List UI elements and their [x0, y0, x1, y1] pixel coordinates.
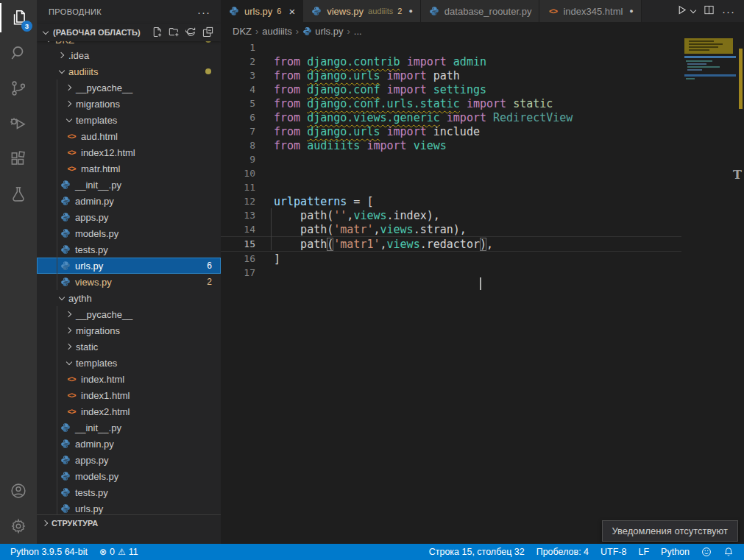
modified-dot-icon[interactable]: ●	[629, 7, 633, 15]
close-icon[interactable]: ×	[288, 5, 295, 18]
minimap[interactable]	[684, 34, 736, 122]
code-line-1: 1	[221, 40, 681, 54]
activity-account-icon[interactable]	[0, 473, 37, 508]
run-button[interactable]	[676, 4, 687, 18]
tree-item-index.html[interactable]: <>index.html	[37, 371, 221, 387]
activity-search-icon[interactable]	[0, 35, 37, 71]
status-item[interactable]: Пробелов: 4	[531, 544, 595, 560]
tree-item-.idea[interactable]: .idea	[37, 47, 221, 63]
tree-item-index2.html[interactable]: <>index2.html	[37, 403, 221, 419]
tree-item-__pycache__[interactable]: __pycache__	[37, 79, 221, 96]
tree-item-models.py[interactable]: models.py	[37, 468, 221, 484]
status-item[interactable]: UTF-8	[595, 544, 632, 560]
activity-run-debug-icon[interactable]	[0, 106, 37, 141]
status-item[interactable]: Строка 15, столбец 32	[423, 544, 531, 560]
activity-settings-icon[interactable]	[0, 508, 37, 544]
code-line-3: 3from django.urls import path	[221, 68, 681, 82]
tree-item-tests.py[interactable]: tests.py	[37, 484, 221, 500]
notifications-bell-icon[interactable]	[718, 544, 740, 560]
tree-item-DKZ[interactable]: DKZ	[37, 41, 221, 47]
tab-views.py[interactable]: views.pyaudiiits2●	[303, 0, 421, 22]
tree-item-index1.html[interactable]: <>index1.html	[37, 387, 221, 403]
tree-item-tests.py[interactable]: tests.py	[37, 241, 221, 258]
tree-item-index12.html[interactable]: <>index12.html	[37, 144, 221, 160]
tree-item-label: models.py	[75, 471, 118, 482]
tree-item-audiiits[interactable]: audiiits	[37, 63, 221, 79]
activity-explorer-icon[interactable]: 3	[0, 0, 37, 35]
activity-testing-icon[interactable]	[0, 177, 37, 212]
split-editor-button[interactable]	[704, 4, 715, 18]
tree-item-apps.py[interactable]: apps.py	[37, 452, 221, 468]
tree-indent-guide	[57, 225, 57, 241]
tree-indent-guide	[57, 160, 57, 177]
line-number: 12	[221, 196, 255, 207]
status-python-interpreter[interactable]: Python 3.9.5 64-bit	[4, 544, 93, 560]
tree-item-apps.py[interactable]: apps.py	[37, 209, 221, 225]
tab-index345.html[interactable]: <>index345.html●	[539, 0, 641, 22]
tree-item-admin.py[interactable]: admin.py	[37, 193, 221, 209]
tree-indent-guide	[57, 193, 57, 209]
tree-item-__pycache__[interactable]: __pycache__	[37, 306, 221, 322]
tree-item-aythh[interactable]: aythh	[37, 290, 221, 306]
tree-item-__init__.py[interactable]: __init__.py	[37, 419, 221, 436]
minimap-highlight-line	[684, 74, 736, 77]
tree-item-migrations[interactable]: migrations	[37, 322, 221, 339]
tree-item-templates[interactable]: templates	[37, 355, 221, 371]
line-number: 7	[221, 126, 255, 137]
activity-source-control-icon[interactable]	[0, 71, 37, 106]
overview-ruler-warning-stripe[interactable]	[739, 49, 743, 109]
tree-item-urls.py[interactable]: urls.py6	[37, 258, 221, 274]
collapse-all-icon[interactable]	[202, 26, 213, 39]
tab-urls.py[interactable]: urls.py6×	[221, 0, 303, 22]
tree-item-models.py[interactable]: models.py	[37, 225, 221, 241]
line-number: 8	[221, 140, 255, 151]
workspace-section-header[interactable]: (РАБОЧАЯ ОБЛАСТЬ) ...	[37, 24, 221, 41]
breadcrumb-separator: ›	[294, 26, 300, 37]
status-item[interactable]: Python	[655, 544, 695, 560]
tree-item-aud.html[interactable]: <>aud.html	[37, 128, 221, 144]
chevron-right-icon	[56, 49, 68, 61]
tab-database_roouter.py[interactable]: database_roouter.py	[421, 0, 540, 22]
breadcrumb-item-DKZ[interactable]: DKZ	[233, 26, 252, 37]
tree-item-label: urls.py	[75, 503, 103, 514]
explorer-more-actions-button[interactable]: ···	[197, 6, 210, 18]
tree-indent-guide	[57, 128, 57, 144]
code-text: path('',views.index),	[274, 209, 440, 222]
new-file-icon[interactable]	[152, 26, 163, 39]
tab-label: index345.html	[563, 6, 623, 17]
tree-item-label: migrations	[76, 99, 120, 110]
tree-item-matr.html[interactable]: <>matr.html	[37, 160, 221, 177]
code-editor[interactable]: 12from django.contrib import admin3from …	[221, 40, 744, 544]
tree-item-static[interactable]: static	[37, 339, 221, 355]
status-problems[interactable]: ⊗ 0 ⚠ 11	[93, 544, 144, 560]
breadcrumb-separator: ›	[254, 26, 260, 37]
tab-problems-badge: 6	[277, 7, 281, 15]
refresh-icon[interactable]	[185, 26, 196, 39]
feedback-smiley-icon[interactable]	[695, 544, 718, 560]
notification-toast[interactable]: Уведомления отсутствуют	[602, 520, 738, 542]
chevron-down-icon	[63, 114, 75, 126]
tree-item-label: index12.html	[81, 147, 135, 158]
tree-indent-guide	[57, 468, 57, 484]
new-folder-icon[interactable]	[169, 26, 180, 39]
run-dropdown-chevron-icon[interactable]	[690, 8, 696, 14]
outline-section-header[interactable]: СТРУКТУРА	[37, 514, 221, 531]
tree-item-label: aud.html	[81, 131, 118, 142]
tree-item-__init__.py[interactable]: __init__.py	[37, 177, 221, 193]
tree-item-templates[interactable]: templates	[37, 112, 221, 128]
breadcrumb-item-...[interactable]: ...	[354, 26, 362, 37]
modified-dot-icon[interactable]: ●	[408, 7, 412, 15]
tree-item-migrations[interactable]: migrations	[37, 96, 221, 112]
html-file-icon: <>	[547, 5, 559, 17]
editor-more-actions-button[interactable]: ···	[722, 5, 735, 18]
activity-extensions-icon[interactable]	[0, 141, 37, 177]
breadcrumb-item-audiiits[interactable]: audiiits	[262, 26, 291, 37]
breadcrumb-item-urls.py[interactable]: urls.py	[302, 26, 343, 37]
tree-item-views.py[interactable]: views.py2	[37, 274, 221, 290]
tree-item-admin.py[interactable]: admin.py	[37, 436, 221, 452]
status-item[interactable]: LF	[632, 544, 655, 560]
python-file-icon	[60, 503, 71, 514]
tree-item-label: templates	[76, 358, 117, 369]
code-text: path('matr',views.stran),	[274, 223, 467, 236]
tree-item-label: matr.html	[81, 163, 120, 174]
